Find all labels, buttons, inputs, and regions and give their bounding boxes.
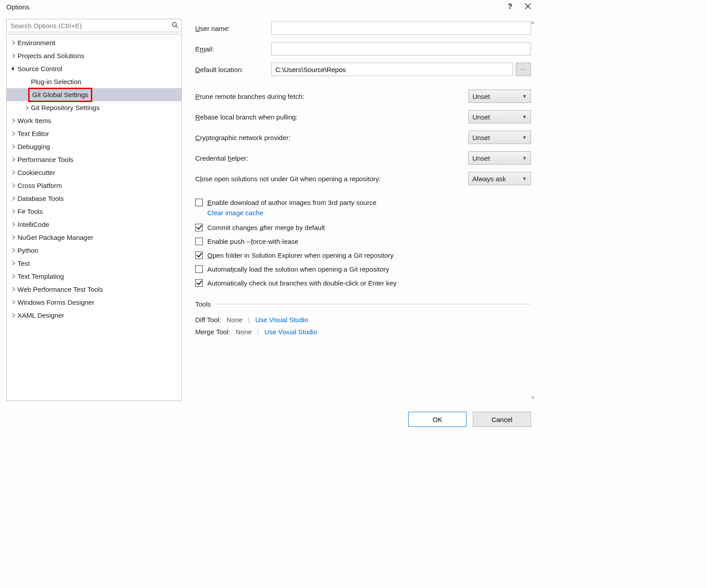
default-location-input[interactable]: [271, 63, 513, 76]
tree-item-text-templating[interactable]: Text Templating: [7, 270, 181, 283]
close-solutions-dropdown[interactable]: Always ask▼: [468, 172, 531, 185]
tree-item-source-control[interactable]: Source Control: [7, 62, 181, 75]
svg-line-3: [176, 26, 178, 28]
tree-item-debugging[interactable]: Debugging: [7, 140, 181, 153]
diff-use-vs-link[interactable]: Use Visual Studio: [255, 316, 308, 324]
scroll-up-icon[interactable]: ▲: [530, 19, 536, 25]
email-input[interactable]: [271, 42, 531, 55]
tree-label: Text Templating: [17, 270, 64, 283]
tree-item-intellicode[interactable]: IntelliCode: [7, 218, 181, 231]
credential-dropdown[interactable]: Unset▼: [468, 151, 531, 165]
chevron-right-icon: [9, 183, 17, 187]
tree-item-text-editor[interactable]: Text Editor: [7, 127, 181, 140]
chevron-down-icon: ▼: [522, 176, 527, 181]
tree-item-git-global-settings[interactable]: Git Global Settings: [7, 88, 181, 101]
chevron-down-icon: [9, 67, 17, 71]
window-title: Options: [6, 3, 30, 11]
svg-point-2: [172, 22, 176, 26]
tree-item-fsharp[interactable]: F# Tools: [7, 205, 181, 218]
nav-column: Environment Projects and Solutions Sourc…: [6, 19, 182, 401]
username-label: User name:: [195, 25, 271, 32]
open-folder-label: Open folder in Solution Explorer when op…: [207, 251, 394, 259]
auto-load-label: Automatically load the solution when ope…: [207, 265, 389, 273]
dropdown-value: Unset: [472, 93, 490, 100]
titlebar: Options ?: [0, 0, 537, 19]
diff-tool-value: None: [227, 316, 243, 324]
browse-button[interactable]: ...: [516, 63, 531, 76]
chevron-right-icon: [9, 222, 17, 226]
tree-item-database[interactable]: Database Tools: [7, 192, 181, 205]
merge-tool-label: Merge Tool:: [195, 328, 230, 336]
tree-item-plugin-selection[interactable]: Plug-in Selection: [7, 75, 181, 88]
chevron-down-icon: ▼: [522, 135, 527, 140]
chevron-right-icon: [9, 248, 17, 252]
tree-label: Text Editor: [17, 127, 49, 140]
tree-label: Git Global Settings: [32, 91, 88, 98]
ok-button[interactable]: OK: [408, 412, 467, 427]
tree-label: Cross Platform: [17, 179, 62, 192]
tree-label: XAML Designer: [17, 309, 64, 322]
rebase-dropdown[interactable]: Unset▼: [468, 110, 531, 124]
crypto-label: Cryptographic network provider:: [195, 134, 291, 141]
tree-item-winforms[interactable]: Windows Forms Designer: [7, 296, 181, 309]
scroll-down-icon[interactable]: ▼: [530, 395, 536, 401]
dropdown-value: Unset: [472, 134, 490, 141]
browse-label: ...: [520, 64, 527, 71]
tree-item-cross-platform[interactable]: Cross Platform: [7, 179, 181, 192]
chevron-right-icon: [9, 41, 17, 45]
tree-label: Work Items: [17, 114, 51, 127]
separator: |: [248, 316, 250, 324]
tree-label: Source Control: [17, 62, 62, 75]
help-icon[interactable]: ?: [508, 3, 512, 11]
merge-use-vs-link[interactable]: Use Visual Studio: [264, 328, 317, 336]
email-label: Email:: [195, 45, 271, 53]
chevron-right-icon: [9, 145, 17, 149]
prune-dropdown[interactable]: Unset▼: [468, 89, 531, 103]
close-solutions-label: Close open solutions not under Git when …: [195, 175, 381, 183]
tree-item-git-repo-settings[interactable]: Git Repository Settings: [7, 101, 181, 114]
tree-item-environment[interactable]: Environment: [7, 36, 181, 49]
search-input[interactable]: [7, 19, 169, 32]
cancel-button[interactable]: Cancel: [473, 412, 531, 427]
enable-download-label: Enable download of author images from 3r…: [207, 199, 377, 206]
tree-item-xaml[interactable]: XAML Designer: [7, 309, 181, 322]
auto-checkout-label: Automatically check out branches with do…: [207, 279, 397, 287]
auto-checkout-checkbox[interactable]: [195, 279, 203, 287]
force-with-lease-checkbox[interactable]: [195, 238, 203, 245]
username-input[interactable]: [271, 21, 531, 35]
tree-label: Performance Tools: [17, 153, 73, 166]
merge-tool-row: Merge Tool: None | Use Visual Studio: [195, 328, 531, 336]
rebase-label: Rebase local branch when pulling:: [195, 113, 298, 121]
chevron-right-icon: [23, 106, 31, 110]
dropdown-value: Always ask: [472, 175, 506, 183]
tree-label: IntelliCode: [17, 218, 49, 231]
options-tree[interactable]: Environment Projects and Solutions Sourc…: [6, 34, 182, 401]
tree-label: Git Repository Settings: [31, 101, 99, 114]
search-icon[interactable]: [171, 21, 179, 30]
diff-tool-label: Diff Tool:: [195, 316, 221, 324]
open-folder-checkbox[interactable]: [195, 251, 203, 259]
tree-item-work-items[interactable]: Work Items: [7, 114, 181, 127]
chevron-right-icon: [9, 170, 17, 175]
default-location-label: Default location:: [195, 66, 271, 73]
tree-label: Windows Forms Designer: [17, 296, 94, 309]
tree-label: Web Performance Test Tools: [17, 283, 103, 296]
tree-item-python[interactable]: Python: [7, 244, 181, 257]
tree-item-performance[interactable]: Performance Tools: [7, 153, 181, 166]
credential-label: Credential helper:: [195, 154, 248, 162]
tree-item-cookiecutter[interactable]: Cookiecutter: [7, 166, 181, 179]
tree-item-nuget[interactable]: NuGet Package Manager: [7, 231, 181, 244]
tree-item-web-perf[interactable]: Web Performance Test Tools: [7, 283, 181, 296]
tree-label: Database Tools: [17, 192, 64, 205]
tree-item-test[interactable]: Test: [7, 257, 181, 270]
enable-download-checkbox[interactable]: [195, 199, 203, 206]
divider: [215, 304, 531, 304]
crypto-dropdown[interactable]: Unset▼: [468, 131, 531, 144]
close-icon[interactable]: [525, 3, 531, 11]
chevron-right-icon: [9, 300, 17, 304]
clear-image-cache-link[interactable]: Clear image cache: [207, 209, 263, 217]
auto-load-checkbox[interactable]: [195, 265, 203, 273]
commit-after-merge-checkbox[interactable]: [195, 224, 203, 231]
search-box[interactable]: [6, 19, 182, 32]
tree-item-projects[interactable]: Projects and Solutions: [7, 49, 181, 62]
